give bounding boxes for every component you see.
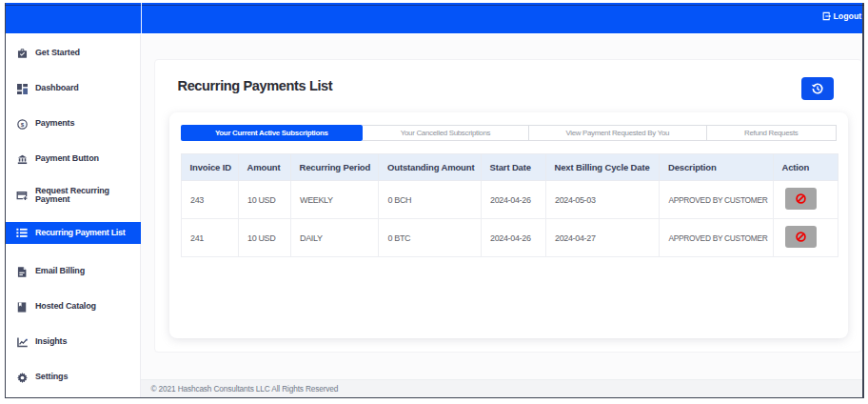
svg-text:$: $ — [20, 120, 24, 127]
